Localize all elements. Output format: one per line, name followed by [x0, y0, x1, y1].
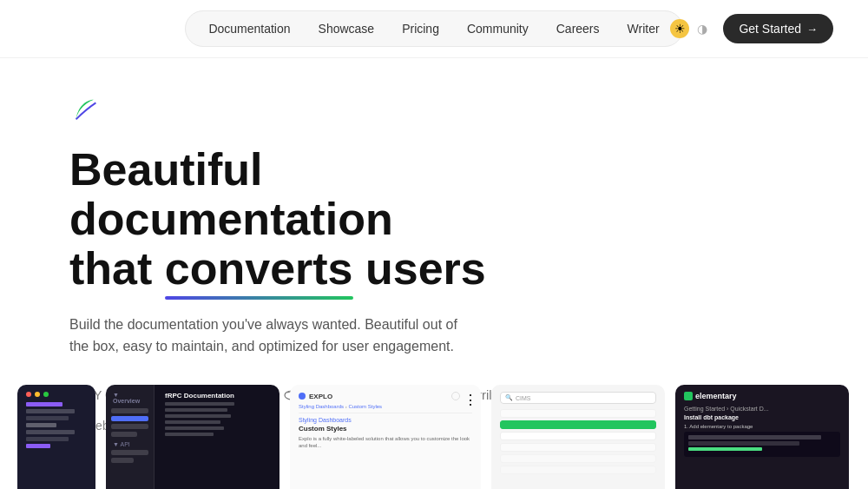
dot-red [26, 392, 31, 397]
elem-logo-icon [684, 392, 693, 400]
search-result-5 [500, 454, 656, 463]
search-result-1 [500, 409, 656, 418]
divider [299, 413, 472, 413]
search-result-6 [500, 466, 656, 474]
nav-careers[interactable]: Careers [544, 17, 612, 41]
screenshot-explo: EXPLO ⋮ Styling Dashboards › Custom Styl… [290, 385, 481, 489]
title-bar-1 [26, 392, 87, 397]
search-result-3 [500, 432, 656, 440]
get-started-button[interactable]: Get Started [723, 14, 833, 43]
moon-icon[interactable]: ◑ [693, 19, 712, 38]
nav-documentation[interactable]: Documentation [196, 17, 302, 41]
code-block [684, 432, 840, 457]
screenshot-elementary: elementary Getting Started › Quickstart … [675, 385, 849, 489]
header: Documentation Showcase Pricing Community… [0, 0, 868, 58]
hero-subheadline: Build the documentation you've always wa… [69, 314, 469, 358]
nav-pricing[interactable]: Pricing [390, 17, 451, 41]
main-nav: Documentation Showcase Pricing Community… [185, 10, 682, 47]
explo-content-para: Explo is a fully white-labeled solution … [299, 435, 472, 450]
search-result-2-selected [500, 420, 656, 429]
dot-green [43, 392, 49, 397]
elementary-logo: elementary [684, 392, 840, 400]
search-result-4 [500, 443, 656, 452]
main-headline: Beautiful documentation that converts us… [69, 145, 556, 300]
screenshot-search: 🔍 CIMS [491, 385, 665, 489]
nav-showcase[interactable]: Showcase [306, 17, 387, 41]
explo-breadcrumb: Styling Dashboards › Custom Styles [299, 404, 472, 409]
nav-community[interactable]: Community [455, 17, 541, 41]
headline-highlight: converts [165, 244, 353, 299]
menu-icon-sm: ⋮ [464, 392, 472, 400]
rpc-content: fRPC Documentation [158, 385, 241, 489]
screenshot-rpc-docs: ▼ Overview ▼ API fRPC Documentation [106, 385, 279, 489]
brand-logo [69, 93, 102, 126]
explo-brand-row: EXPLO ⋮ [299, 392, 472, 400]
nav-writer[interactable]: Writer [615, 17, 672, 41]
search-icon-sm [451, 392, 460, 400]
dot-yellow [35, 392, 40, 397]
search-bar: 🔍 CIMS [500, 392, 656, 404]
explo-content-title: Custom Styles [299, 425, 472, 433]
theme-toggle[interactable]: ☀ ◑ [670, 19, 712, 38]
screenshots-section: ▼ Overview ▼ API fRPC Documentation [0, 376, 868, 489]
sun-icon[interactable]: ☀ [670, 19, 689, 38]
rpc-sidebar: ▼ Overview ▼ API [106, 385, 155, 489]
underline-decoration [165, 296, 353, 300]
screenshot-code-dark [17, 385, 95, 489]
